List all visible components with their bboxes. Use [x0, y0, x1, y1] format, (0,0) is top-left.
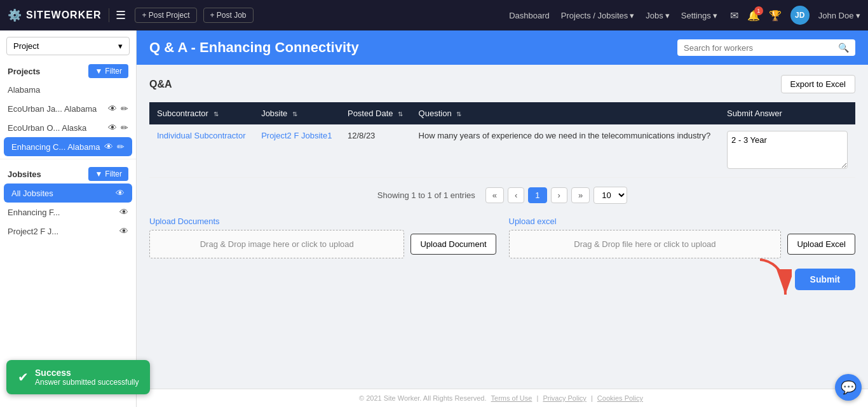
upload-excel-area-row: Drag & Drop file here or click to upload… — [509, 230, 856, 258]
upload-documents-label: Upload Documents — [149, 217, 496, 226]
search-icon: 🔍 — [838, 43, 849, 53]
projects-section-header: Projects ▼ Filter — [0, 59, 136, 81]
col-subcontractor: Subcontractor ⇅ — [149, 102, 254, 124]
jobsites-filter-button[interactable]: ▼ Filter — [88, 167, 128, 181]
content-area: Q&A Export to Excel Subcontractor ⇅ Jobs… — [137, 65, 868, 389]
col-question: Question ⇅ — [411, 102, 720, 124]
search-input[interactable] — [684, 43, 834, 53]
jobsite-link[interactable]: Project2 F Jobsite1 — [261, 131, 332, 140]
projects-title: Projects — [8, 67, 40, 76]
logo: ⚙️ SITEWORKER — [8, 8, 109, 22]
eye-icon[interactable]: 👁 — [116, 188, 125, 198]
chevron-down-icon: ▾ — [630, 11, 634, 20]
prev-page-button[interactable]: ‹ — [508, 187, 524, 203]
edit-icon[interactable]: ✏ — [121, 103, 128, 114]
logo-icon: ⚙️ — [8, 8, 22, 22]
main-layout: Project ▾ Projects ▼ Filter Alabama EcoU… — [0, 30, 868, 407]
edit-icon[interactable]: ✏ — [121, 123, 128, 133]
username[interactable]: John Doe ▾ — [818, 11, 860, 20]
upload-document-button[interactable]: Upload Document — [410, 234, 496, 255]
edit-icon[interactable]: ✏ — [117, 142, 125, 152]
chevron-down-icon: ▾ — [856, 11, 860, 20]
cell-jobsite: Project2 F Jobsite1 — [254, 124, 340, 178]
export-to-excel-button[interactable]: Export to Excel — [781, 75, 855, 93]
subcontractor-link[interactable]: Individual Subcontractor — [157, 131, 245, 140]
eye-icon[interactable]: 👁 — [108, 103, 117, 114]
top-navigation: ⚙️ SITEWORKER ☰ + Post Project + Post Jo… — [0, 0, 868, 30]
post-project-button[interactable]: + Post Project — [135, 8, 196, 23]
avatar[interactable]: JD — [790, 6, 810, 25]
notification-badge: 1 — [754, 6, 763, 15]
answer-input[interactable]: 2 - 3 Year — [727, 131, 848, 169]
trophy-icon[interactable]: 🏆 — [769, 10, 782, 22]
filter-icon: ▼ — [95, 170, 102, 178]
upload-excel-dropzone[interactable]: Drag & Drop file here or click to upload — [509, 230, 782, 258]
eye-icon[interactable]: 👁 — [104, 142, 113, 152]
sidebar-item-alabama[interactable]: Alabama — [0, 81, 136, 99]
cell-posted-date: 12/8/23 — [340, 124, 411, 178]
pagination-info: Showing 1 to 1 of 1 entries — [377, 190, 475, 200]
sort-icon: ⇅ — [398, 110, 403, 117]
page-size-select[interactable]: 10 25 50 — [593, 187, 627, 204]
sort-icon: ⇅ — [456, 110, 461, 117]
upload-documents-area-row: Drag & Drop image here or click to uploa… — [149, 230, 496, 258]
main-content: Q & A - Enhancing Connectivity 🔍 Q&A Exp… — [137, 30, 868, 407]
nav-projects[interactable]: Projects / Jobsites ▾ — [561, 11, 635, 20]
check-icon: ✔ — [18, 370, 29, 385]
sidebar-item-project2-f[interactable]: Project2 F J... 👁 — [0, 222, 136, 241]
cookies-link[interactable]: Cookies Policy — [597, 394, 643, 402]
logo-text: SITEWORKER — [26, 10, 101, 21]
jobsites-title: Jobsites — [8, 170, 41, 179]
col-posted-date: Posted Date ⇅ — [340, 102, 411, 124]
red-arrow-container — [754, 257, 792, 309]
sidebar-item-all-jobsites[interactable]: All Jobsites 👁 — [4, 183, 132, 203]
bell-icon[interactable]: 🔔 1 — [747, 10, 760, 22]
sidebar-item-ecourban-ja[interactable]: EcoUrban Ja... Alabama 👁 ✏ — [0, 99, 136, 118]
projects-filter-button[interactable]: ▼ Filter — [88, 64, 128, 78]
post-job-button[interactable]: + Post Job — [203, 8, 254, 23]
chat-bubble-button[interactable]: 💬 — [835, 374, 862, 401]
nav-dashboard[interactable]: Dashboard — [509, 11, 550, 20]
chevron-down-icon: ▾ — [118, 41, 123, 51]
page-header: Q & A - Enhancing Connectivity 🔍 — [137, 30, 868, 65]
project-dropdown[interactable]: Project ▾ — [6, 37, 130, 55]
sidebar-item-enhancing-f[interactable]: Enhancing F... 👁 — [0, 203, 136, 222]
submit-row: Submit — [149, 269, 855, 290]
sidebar-item-ecourban-o[interactable]: EcoUrban O... Alaska 👁 ✏ — [0, 118, 136, 137]
last-page-button[interactable]: » — [571, 187, 590, 203]
terms-link[interactable]: Terms of Use — [491, 394, 532, 402]
next-page-button[interactable]: › — [551, 187, 567, 203]
hamburger-icon[interactable]: ☰ — [116, 8, 126, 22]
red-arrow-icon — [754, 257, 792, 307]
eye-icon[interactable]: 👁 — [119, 226, 128, 236]
privacy-link[interactable]: Privacy Policy — [543, 394, 586, 402]
toast-title: Success — [35, 368, 139, 378]
toast-message: Answer submitted successfully — [35, 378, 139, 387]
pagination: Showing 1 to 1 of 1 entries « ‹ 1 › » 10… — [149, 187, 855, 204]
chevron-down-icon: ▾ — [713, 11, 717, 20]
cell-question: How many years of experience do we need … — [411, 124, 720, 178]
search-box: 🔍 — [677, 39, 855, 56]
mail-icon[interactable]: ✉ — [730, 10, 738, 22]
sort-icon: ⇅ — [214, 110, 219, 117]
nav-settings[interactable]: Settings ▾ — [681, 11, 717, 20]
sidebar-item-enhancing-c[interactable]: Enhancing C... Alabama 👁 ✏ — [4, 137, 132, 156]
jobsites-section-header: Jobsites ▼ Filter — [0, 162, 136, 183]
table-row: Individual Subcontractor Project2 F Jobs… — [149, 124, 855, 178]
first-page-button[interactable]: « — [485, 187, 504, 203]
upload-excel-button[interactable]: Upload Excel — [787, 234, 855, 255]
cell-answer: 2 - 3 Year — [719, 124, 855, 178]
footer: © 2021 Site Worker. All Rights Reserved.… — [137, 389, 868, 407]
eye-icon[interactable]: 👁 — [119, 207, 128, 217]
page-title: Q & A - Enhancing Connectivity — [149, 39, 359, 56]
nav-jobs[interactable]: Jobs ▾ — [646, 11, 669, 20]
qa-section-title: Q&A — [149, 79, 172, 90]
submit-button[interactable]: Submit — [795, 269, 855, 290]
cell-subcontractor: Individual Subcontractor — [149, 124, 254, 178]
qa-header: Q&A Export to Excel — [149, 75, 855, 93]
upload-documents-dropzone[interactable]: Drag & Drop image here or click to uploa… — [149, 230, 404, 258]
upload-excel-label: Upload excel — [509, 217, 856, 226]
chevron-down-icon: ▾ — [665, 11, 670, 20]
page-1-button[interactable]: 1 — [528, 187, 546, 203]
eye-icon[interactable]: 👁 — [108, 123, 117, 133]
